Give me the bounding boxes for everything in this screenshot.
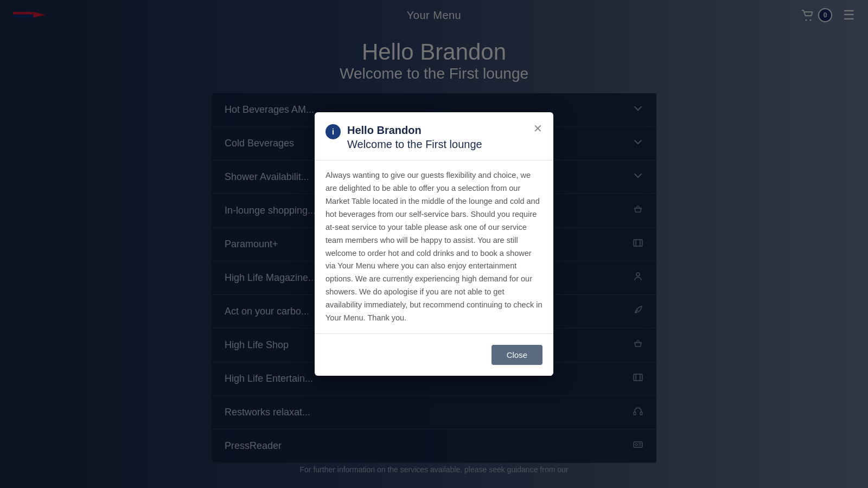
modal-divider [315,160,553,160]
modal-header-left: i Hello Brandon Welcome to the First lou… [326,123,529,151]
modal-title-block: Hello Brandon Welcome to the First loung… [347,123,529,151]
modal-body: Always wanting to give our guests flexib… [315,169,553,325]
modal: i Hello Brandon Welcome to the First lou… [315,112,553,376]
modal-footer: Close [315,333,553,376]
close-button[interactable]: Close [492,345,542,365]
modal-subtitle-text: Welcome to the First lounge [347,137,529,151]
modal-header: i Hello Brandon Welcome to the First lou… [315,112,553,151]
modal-body-text: Always wanting to give our guests flexib… [326,169,542,325]
modal-hello: Hello Brandon [347,123,529,137]
modal-x-button[interactable]: ✕ [533,123,542,134]
info-icon: i [326,124,341,139]
